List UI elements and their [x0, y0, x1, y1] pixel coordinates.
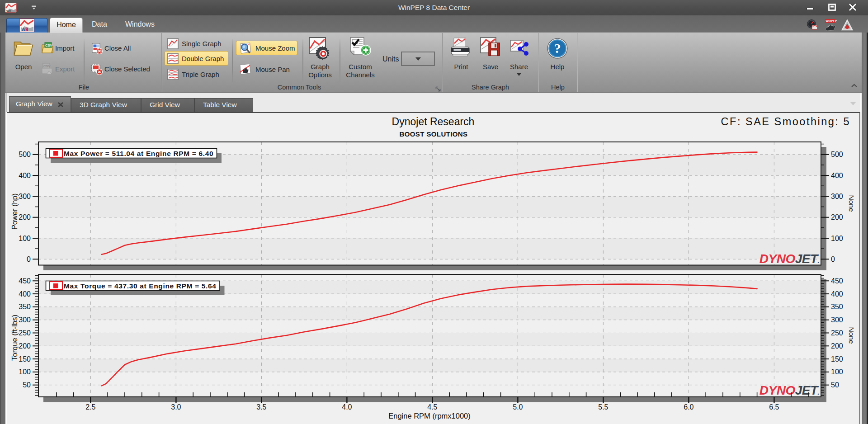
svg-text:Max Power = 511.04 at Engine R: Max Power = 511.04 at Engine RPM = 6.40 [64, 150, 213, 157]
svg-text:Max Torque = 437.30 at Engine: Max Torque = 437.30 at Engine RPM = 5.64 [64, 282, 217, 290]
svg-text:150: 150 [19, 355, 31, 363]
svg-text:50: 50 [831, 381, 839, 389]
svg-text:4.0: 4.0 [342, 403, 352, 411]
svg-text:CF: SAE Smoothing: 5: CF: SAE Smoothing: 5 [721, 116, 850, 127]
svg-text:4.5: 4.5 [427, 403, 437, 411]
svg-text:300: 300 [831, 316, 843, 324]
svg-text:100: 100 [831, 368, 843, 376]
svg-text:450: 450 [19, 277, 31, 285]
svg-text:BOOST SOLUTIONS: BOOST SOLUTIONS [399, 130, 467, 138]
svg-text:100: 100 [19, 235, 31, 242]
svg-text:500: 500 [19, 151, 31, 158]
svg-text:500: 500 [831, 151, 843, 158]
svg-text:Dynojet Research: Dynojet Research [392, 116, 475, 127]
svg-text:100: 100 [19, 368, 31, 376]
svg-text:400: 400 [19, 172, 31, 179]
svg-text:50: 50 [23, 381, 31, 389]
svg-text:400: 400 [831, 172, 843, 179]
svg-text:200: 200 [19, 213, 31, 221]
svg-text:None: None [848, 327, 855, 344]
svg-text:Torque (ft-lbs): Torque (ft-lbs) [10, 315, 19, 361]
svg-text:Power (hp): Power (hp) [10, 193, 19, 230]
svg-text:150: 150 [831, 355, 843, 363]
svg-text:400: 400 [19, 290, 31, 298]
svg-text:250: 250 [19, 329, 31, 337]
svg-text:2.5: 2.5 [85, 403, 95, 411]
svg-text:Engine RPM (rpmx1000): Engine RPM (rpmx1000) [388, 412, 471, 420]
svg-text:DYNOJET.: DYNOJET. [760, 383, 819, 397]
svg-text:300: 300 [831, 193, 843, 200]
svg-text:300: 300 [19, 316, 31, 324]
svg-text:6.0: 6.0 [684, 403, 693, 411]
svg-text:DYNOJET.: DYNOJET. [760, 252, 819, 266]
svg-text:450: 450 [831, 277, 843, 285]
svg-text:200: 200 [831, 342, 843, 350]
svg-text:350: 350 [19, 303, 31, 311]
svg-text:0: 0 [831, 255, 835, 263]
svg-text:250: 250 [831, 329, 843, 337]
svg-text:3.0: 3.0 [171, 403, 181, 411]
svg-text:0: 0 [27, 255, 31, 263]
svg-text:None: None [848, 195, 855, 212]
svg-text:200: 200 [19, 342, 31, 350]
svg-text:3.5: 3.5 [256, 403, 266, 411]
svg-text:5.5: 5.5 [598, 403, 608, 411]
svg-text:5.0: 5.0 [513, 403, 523, 411]
svg-text:350: 350 [831, 303, 843, 311]
svg-text:6.5: 6.5 [769, 403, 779, 411]
svg-text:400: 400 [831, 290, 843, 298]
svg-text:200: 200 [831, 213, 843, 221]
svg-text:100: 100 [831, 235, 843, 242]
svg-text:300: 300 [19, 193, 31, 200]
